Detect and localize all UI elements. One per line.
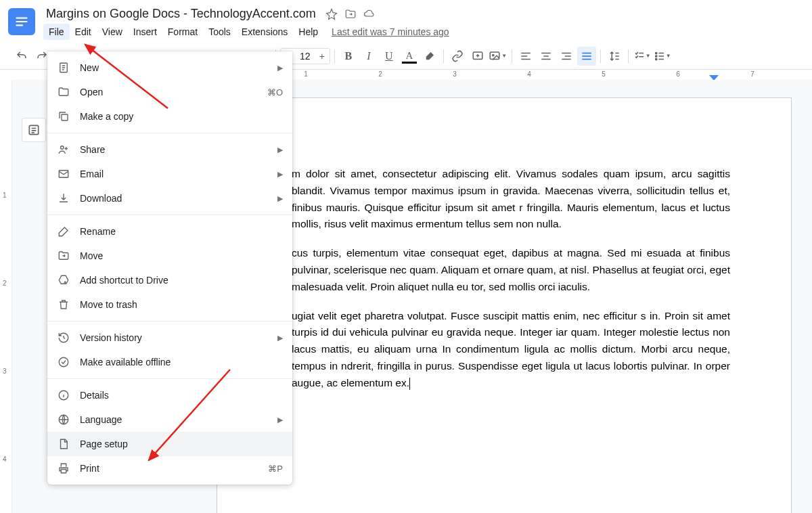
align-center-button[interactable] — [537, 47, 556, 66]
bold-button[interactable]: B — [339, 47, 358, 66]
copy-icon — [57, 110, 70, 123]
last-edit-link[interactable]: Last edit was 7 minutes ago — [332, 26, 449, 37]
menu-email[interactable]: Email ▶ — [47, 162, 292, 186]
checklist-button[interactable]: ▼ — [633, 47, 652, 66]
menu-offline[interactable]: Make available offline — [47, 350, 292, 374]
chevron-right-icon: ▶ — [277, 146, 283, 154]
underline-button[interactable]: U — [380, 47, 399, 66]
trash-icon — [57, 298, 70, 311]
menu-file[interactable]: File — [43, 24, 70, 40]
align-justify-button[interactable] — [577, 47, 596, 66]
menu-format[interactable]: Format — [162, 24, 203, 40]
svg-rect-0 — [16, 18, 27, 19]
new-doc-icon — [57, 61, 70, 74]
italic-button[interactable]: I — [359, 47, 378, 66]
globe-icon — [57, 413, 70, 426]
share-icon — [57, 143, 70, 156]
menu-move[interactable]: Move — [47, 244, 292, 268]
chevron-right-icon: ▶ — [277, 170, 283, 179]
menu-trash[interactable]: Move to trash — [47, 292, 292, 317]
menu-tools[interactable]: Tools — [203, 24, 236, 40]
undo-button[interactable] — [12, 47, 31, 66]
rename-icon — [57, 225, 70, 238]
menu-details[interactable]: Details — [47, 383, 292, 407]
svg-point-5 — [493, 54, 494, 55]
header: Margins on Google Docs - TechnologyAccen… — [0, 0, 812, 40]
line-spacing-button[interactable] — [605, 47, 624, 66]
menu-open[interactable]: Open ⌘O — [47, 80, 292, 104]
paragraph[interactable]: m dolor sit amet, consectetur adipiscing… — [292, 166, 730, 233]
insert-image-button[interactable]: ▼ — [489, 47, 508, 66]
move-icon — [57, 249, 70, 263]
align-right-button[interactable] — [557, 47, 576, 66]
document-outline-button[interactable] — [22, 118, 46, 142]
menu-print[interactable]: Print ⌘P — [47, 456, 292, 481]
svg-point-7 — [655, 55, 656, 56]
menu-download[interactable]: Download ▶ — [47, 186, 292, 210]
chevron-right-icon: ▶ — [277, 416, 283, 424]
menu-edit[interactable]: Edit — [70, 24, 97, 40]
menu-version-history[interactable]: Version history ▶ — [47, 326, 292, 350]
highlight-button[interactable] — [420, 47, 439, 66]
text-cursor — [409, 378, 410, 390]
menu-add-shortcut[interactable]: Add shortcut to Drive — [47, 268, 292, 292]
email-icon — [57, 167, 70, 181]
svg-rect-2 — [16, 24, 23, 26]
chevron-right-icon: ▶ — [277, 194, 283, 203]
document-page[interactable]: m dolor sit amet, consectetur adipiscing… — [217, 97, 792, 513]
print-icon — [57, 462, 70, 475]
menu-insert[interactable]: Insert — [128, 24, 162, 40]
chevron-right-icon: ▶ — [277, 334, 283, 342]
insert-link-button[interactable] — [448, 47, 467, 66]
svg-point-6 — [655, 52, 656, 53]
font-size-value[interactable]: 12 — [296, 51, 315, 62]
offline-icon — [57, 355, 70, 369]
paragraph[interactable]: cus turpis, elementum vitae consequat eg… — [292, 245, 730, 295]
svg-rect-1 — [16, 21, 27, 22]
svg-rect-11 — [62, 114, 68, 120]
svg-point-12 — [61, 146, 64, 150]
history-icon — [57, 331, 70, 344]
menu-rename[interactable]: Rename — [47, 219, 292, 244]
download-icon — [57, 192, 70, 205]
folder-icon — [57, 85, 70, 99]
text-color-button[interactable]: A — [400, 47, 419, 66]
bulleted-list-button[interactable]: ▼ — [653, 47, 672, 66]
file-menu-dropdown: New ▶ Open ⌘O Make a copy Share ▶ Email … — [47, 51, 292, 485]
add-comment-button[interactable] — [468, 47, 487, 66]
page-setup-icon — [57, 437, 70, 451]
document-title[interactable]: Margins on Google Docs - TechnologyAccen… — [43, 5, 319, 22]
menu-new[interactable]: New ▶ — [47, 55, 292, 80]
align-left-button[interactable] — [516, 47, 535, 66]
menu-make-copy[interactable]: Make a copy — [47, 104, 292, 129]
increase-font-button[interactable]: + — [315, 51, 330, 62]
menu-help[interactable]: Help — [293, 24, 323, 40]
paragraph[interactable]: ugiat velit eget pharetra volutpat. Fusc… — [292, 308, 730, 392]
drive-shortcut-icon — [57, 273, 70, 287]
vertical-ruler[interactable]: 1 2 3 4 — [0, 80, 12, 513]
svg-point-14 — [59, 357, 68, 367]
svg-point-8 — [655, 58, 656, 60]
cloud-saved-icon[interactable] — [363, 8, 376, 20]
star-icon[interactable] — [325, 8, 338, 20]
menu-extensions[interactable]: Extensions — [236, 24, 293, 40]
menubar: File Edit View Insert Format Tools Exten… — [43, 24, 804, 40]
menu-share[interactable]: Share ▶ — [47, 137, 292, 162]
menu-language[interactable]: Language ▶ — [47, 407, 292, 432]
info-icon — [57, 388, 70, 402]
move-folder-icon[interactable] — [344, 8, 357, 20]
menu-page-setup[interactable]: Page setup — [47, 432, 292, 456]
chevron-right-icon: ▶ — [277, 64, 283, 72]
menu-view[interactable]: View — [97, 24, 128, 40]
docs-logo[interactable] — [8, 8, 35, 35]
